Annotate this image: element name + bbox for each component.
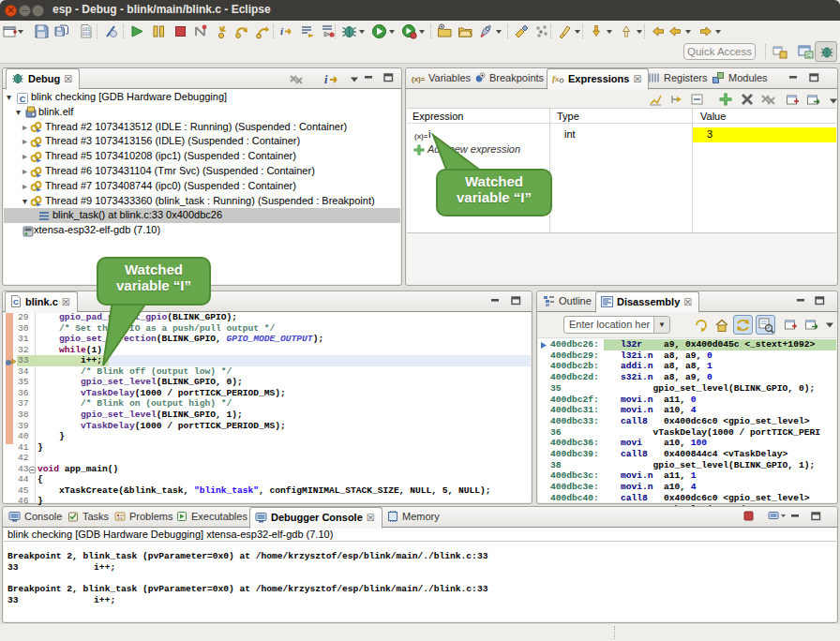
svg-text:C: C: [20, 94, 26, 103]
svg-text:C: C: [807, 52, 812, 58]
svg-text:i: i: [324, 73, 328, 86]
svg-text:fx: fx: [552, 74, 560, 83]
svg-text:C: C: [13, 298, 19, 306]
svg-text:(x)=: (x)=: [412, 75, 425, 83]
svg-text:i: i: [280, 25, 284, 37]
svg-text:010: 010: [82, 32, 90, 37]
